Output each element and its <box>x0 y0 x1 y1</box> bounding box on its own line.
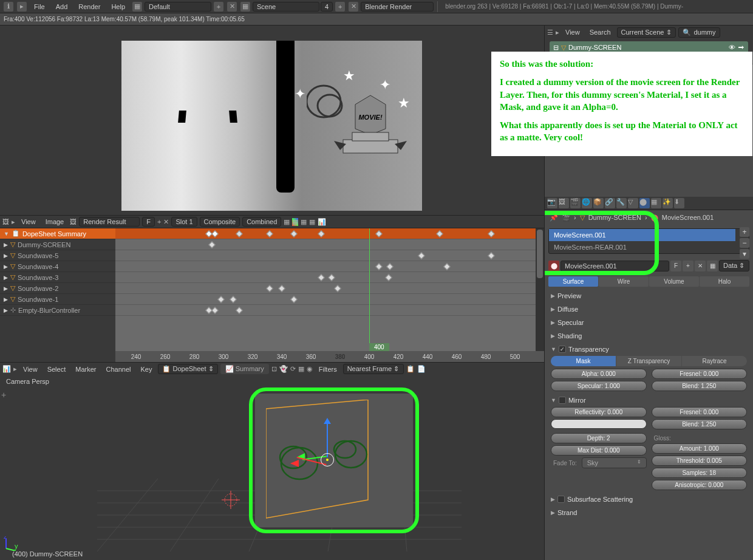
image-del-icon[interactable]: ✕ <box>163 218 169 226</box>
filter-toggle-icon[interactable]: ◉ <box>307 365 313 373</box>
mirror-blend-slider[interactable]: Blend: 1.250 <box>652 419 748 429</box>
material-browse-icon[interactable]: ⬤ <box>548 261 559 271</box>
maxdist-slider[interactable]: Max Dist: 0.000 <box>551 445 647 456</box>
channel-empty-blur[interactable]: ▶⊹Empty-BlurController <box>0 305 115 316</box>
toolbar-expand-icon[interactable]: + <box>1 390 6 400</box>
tab-physics-icon[interactable]: ⬇ <box>674 198 684 208</box>
transparency-ztransp[interactable]: Z Transparency <box>616 356 681 366</box>
menu-render[interactable]: Render <box>73 2 105 12</box>
filter-ghost-icon[interactable]: 👻 <box>279 365 288 373</box>
channel-rgba-icon[interactable]: ▦ <box>284 218 290 226</box>
menu-view[interactable]: View <box>19 364 41 374</box>
editor-type-icon[interactable]: ℹ <box>4 2 13 12</box>
fresnel-slider[interactable]: Fresnel: 0.000 <box>652 369 748 379</box>
panel-mirror-header[interactable]: ▼Mirror <box>548 395 749 406</box>
panel-preview-header[interactable]: ▶Preview <box>548 290 749 301</box>
collapse-menus-icon[interactable]: ▸ <box>17 2 27 12</box>
tab-material-icon[interactable]: ⬤ <box>639 198 650 208</box>
channel-soundwave-4[interactable]: ▶▽Soundwave-4 <box>0 261 115 272</box>
layout-add-icon[interactable]: + <box>214 2 223 12</box>
mirror-enable-checkbox[interactable] <box>559 397 566 404</box>
outliner-search-field[interactable]: 🔍dummy <box>678 27 720 38</box>
timeline-ruler[interactable]: 240260 280300 320340 360380 400420 44046… <box>115 351 544 362</box>
scene-add-icon[interactable]: + <box>335 2 345 12</box>
channel-soundwave-1[interactable]: ▶▽Soundwave-1 <box>0 294 115 305</box>
transparency-enable-checkbox[interactable]: ✓ <box>559 346 566 353</box>
gloss-samples-slider[interactable]: Samples: 18 <box>652 468 748 478</box>
menu-view[interactable]: View <box>562 27 584 37</box>
tab-render-icon[interactable]: 📷 <box>547 198 557 208</box>
slot-add-button[interactable]: + <box>740 227 749 237</box>
image-browse-icon[interactable]: 🖼 <box>70 218 77 225</box>
filters-label[interactable]: Filters <box>315 364 341 374</box>
material-name-field[interactable]: MovieScreen.001 <box>560 261 669 271</box>
filter-a-icon[interactable]: ⟳ <box>290 365 296 373</box>
type-halo[interactable]: Halo <box>700 276 749 287</box>
auto-snap-select[interactable]: Nearest Frame ⇕ <box>343 364 404 374</box>
depth-slider[interactable]: Depth: 2 <box>551 433 647 443</box>
dopesheet-summary-row[interactable]: ▼📋DopeSheet Summary <box>0 228 115 239</box>
menu-search[interactable]: Search <box>586 27 615 37</box>
material-slot-0[interactable]: MovieScreen.001 <box>549 229 735 241</box>
summary-toggle[interactable]: 📈 Summary <box>220 364 269 374</box>
tab-texture-icon[interactable]: ▦ <box>651 198 661 208</box>
panel-shading-header[interactable]: ▶Shading <box>548 330 749 341</box>
link-select[interactable]: Data ⇕ <box>719 260 749 271</box>
mirror-color-swatch[interactable] <box>551 419 647 429</box>
display-mode-select[interactable]: Current Scene ⇕ <box>617 27 676 38</box>
screen-browse-icon[interactable]: ▦ <box>132 2 142 12</box>
layer-select[interactable]: Composite <box>200 217 240 227</box>
channel-soundwave-3[interactable]: ▶▽Soundwave-3 <box>0 272 115 283</box>
expand-icon[interactable]: ⊟ <box>553 44 559 52</box>
3d-viewport[interactable]: Camera Persp + z <box>0 375 544 560</box>
channel-z-icon[interactable]: ▦ <box>309 218 315 226</box>
tab-data-icon[interactable]: ▽ <box>628 198 638 208</box>
breadcrumb-object[interactable]: Dummy-SCREEN <box>588 214 641 221</box>
fake-user-button[interactable]: F <box>670 261 681 271</box>
dopesheet-mode-select[interactable]: 📋 DopeSheet ⇕ <box>158 364 217 374</box>
scene-field[interactable]: Scene <box>253 2 319 12</box>
editor-type-icon[interactable]: 📊 <box>2 365 11 373</box>
panel-transparency-header[interactable]: ▼✓Transparency <box>548 344 749 355</box>
select-icon[interactable]: ⮕ <box>738 44 744 51</box>
visibility-icon[interactable]: 👁 <box>729 44 735 51</box>
transparency-raytrace[interactable]: Raytrace <box>682 356 747 366</box>
layout-field[interactable]: Default <box>145 2 211 12</box>
sss-enable-checkbox[interactable] <box>557 496 565 503</box>
collapse-menus-icon[interactable]: ▸ <box>12 218 15 226</box>
layout-del-icon[interactable]: ✕ <box>227 2 237 12</box>
specular-slider[interactable]: Specular: 1.000 <box>551 381 647 391</box>
filter-sel-icon[interactable]: ⊡ <box>271 365 277 373</box>
image-name-field[interactable]: Render Result <box>79 217 140 227</box>
slot-select[interactable]: Slot 1 <box>171 217 197 227</box>
tab-world-icon[interactable]: 🌐 <box>582 198 592 208</box>
tab-object-icon[interactable]: 📦 <box>593 198 604 208</box>
channel-soundwave-2[interactable]: ▶▽Soundwave-2 <box>0 283 115 294</box>
dopesheet-track-area[interactable]: 400 240260 280300 320340 360380 400420 4… <box>115 228 544 362</box>
mirror-fresnel-slider[interactable]: Fresnel: 0.000 <box>652 407 748 417</box>
type-surface[interactable]: Surface <box>548 276 598 287</box>
transparency-mask[interactable]: Mask <box>551 356 616 366</box>
nodes-toggle-icon[interactable]: ▦ <box>707 261 718 271</box>
material-slot-1[interactable]: MovieScreen-REAR.001 <box>549 241 735 253</box>
menu-channel[interactable]: Channel <box>102 364 134 374</box>
menu-file[interactable]: File <box>29 2 50 12</box>
menu-image[interactable]: Image <box>42 217 68 227</box>
reflectivity-slider[interactable]: Reflectivity: 0.000 <box>551 407 647 417</box>
panel-sss-header[interactable]: ▶Subsurface Scattering <box>548 494 749 505</box>
panel-specular-header[interactable]: ▶Specular <box>548 317 749 328</box>
scene-del-icon[interactable]: ✕ <box>349 2 358 12</box>
tab-constraints-icon[interactable]: 🔗 <box>605 198 615 208</box>
menu-view[interactable]: View <box>18 217 39 227</box>
panel-strand-header[interactable]: ▶Strand <box>548 507 749 518</box>
material-add-button[interactable]: + <box>683 261 693 271</box>
channel-soundwave-5[interactable]: ▶▽Soundwave-5 <box>0 250 115 261</box>
editor-type-icon[interactable]: ☰ <box>547 29 553 36</box>
gloss-amount-slider[interactable]: Amount: 1.000 <box>652 443 748 454</box>
tab-modifiers-icon[interactable]: 🔧 <box>616 198 627 208</box>
channel-rgb-icon[interactable]: ▦ <box>292 218 298 226</box>
collapse-menus-icon[interactable]: ▸ <box>13 365 17 373</box>
menu-add[interactable]: Add <box>51 2 73 12</box>
image-editor-viewport[interactable]: ✦ ★ ✦ ★ MOVIE! <box>0 26 544 215</box>
type-volume[interactable]: Volume <box>649 276 699 287</box>
